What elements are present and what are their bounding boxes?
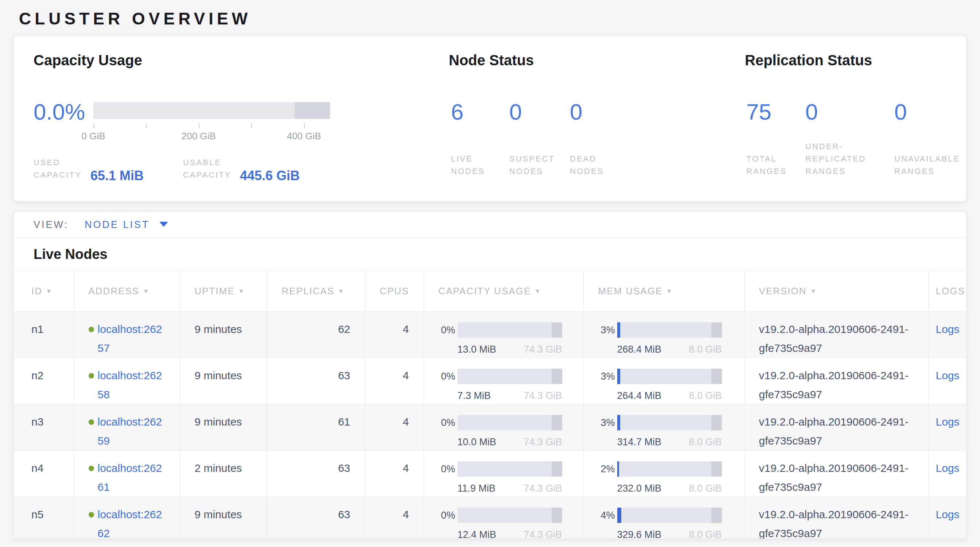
replication-status-title: Replication Status — [745, 52, 872, 68]
table-row: n1localhost:262579 minutes6240%13.0 MiB7… — [14, 312, 967, 358]
sort-descending-icon: ▼ — [239, 288, 245, 295]
column-header-capacity-usage[interactable]: CAPACITY USAGE▼ — [424, 271, 583, 312]
capacity-usage-bar-labels: 7.3 MiB74.3 GiB — [458, 390, 562, 401]
capacity-usage-used-value: 7.3 MiB — [458, 390, 491, 401]
mem-usage-bar — [617, 322, 722, 338]
address-link[interactable]: localhost:26262 — [98, 505, 165, 539]
logs-link[interactable]: Logs — [936, 462, 959, 474]
node-status-stat-label: DEAD NODES — [570, 153, 628, 178]
version-cell: v19.2.0-alpha.20190606-2491-gfe735c9a97 — [744, 497, 928, 539]
replicas-cell: 62 — [267, 312, 365, 358]
mem-usage-bar — [617, 507, 722, 523]
replicas-cell: 63 — [267, 451, 365, 497]
uptime-cell: 9 minutes — [180, 497, 267, 539]
mem-usage-used-segment — [617, 369, 620, 384]
capacity-usage-percent: 0% — [439, 321, 455, 340]
column-header-label: VERSION — [759, 286, 807, 296]
capacity-usage-bar-row: 0% — [439, 505, 583, 525]
capacity-usage-cell: 0%7.3 MiB74.3 GiB — [424, 358, 583, 404]
capacity-usage-cell: 0%12.4 MiB74.3 GiB — [424, 497, 583, 539]
address-link[interactable]: localhost:26258 — [98, 366, 165, 404]
table-row: n4localhost:262612 minutes6340%11.9 MiB7… — [14, 451, 967, 497]
view-dropdown[interactable]: NODE LIST — [84, 219, 168, 231]
page-title: CLUSTER OVERVIEW — [19, 9, 251, 29]
cpus-cell: 4 — [365, 497, 424, 539]
mem-usage-bar-labels: 268.4 MiB8.0 GiB — [617, 344, 722, 355]
table-header-row: ID▼ADDRESS▼UPTIME▼REPLICAS▼CPUSCAPACITY … — [14, 271, 967, 312]
node-id-cell: n1 — [14, 312, 74, 358]
capacity-usage-used-value: 13.0 MiB — [458, 344, 496, 355]
node-live-dot-icon — [89, 373, 94, 378]
mem-usage-used-segment — [617, 461, 619, 477]
version-text: v19.2.0-alpha.20190606-2491-gfe735c9a97 — [759, 505, 912, 539]
mem-usage-used-value: 268.4 MiB — [617, 344, 662, 355]
version-cell: v19.2.0-alpha.20190606-2491-gfe735c9a97 — [744, 451, 928, 497]
usable-capacity-label: USABLE CAPACITY — [183, 156, 234, 181]
mem-usage-cell: 2%232.0 MiB8.0 GiB — [583, 451, 744, 497]
column-header-mem-usage[interactable]: MEM USAGE▼ — [583, 271, 744, 312]
capacity-usage-bar-row: 0% — [439, 412, 583, 433]
capacity-axis: 0 GiB200 GiB400 GiB — [93, 119, 330, 145]
view-dropdown-value[interactable]: NODE LIST — [84, 219, 150, 230]
mem-usage-cell: 3%264.4 MiB8.0 GiB — [583, 358, 744, 404]
mem-usage-reserved-segment — [711, 322, 722, 338]
capacity-usage-total-value: 74.3 GiB — [523, 344, 562, 355]
logs-cell: Logs — [928, 358, 967, 404]
mem-usage-reserved-segment — [711, 507, 722, 523]
column-header-address[interactable]: ADDRESS▼ — [74, 271, 180, 312]
capacity-usage-reserved-segment — [552, 322, 562, 338]
logs-link[interactable]: Logs — [936, 369, 959, 382]
replication-status-stat-label: UNAVAILABLE RANGES — [894, 153, 953, 178]
capacity-usage-used-value: 11.9 MiB — [458, 483, 496, 494]
capacity-usage-reserved-segment — [552, 415, 562, 430]
axis-tick — [304, 123, 305, 128]
mem-usage-bar-labels: 232.0 MiB8.0 GiB — [617, 483, 722, 494]
capacity-usage-total-value: 74.3 GiB — [523, 390, 562, 401]
logs-cell: Logs — [928, 312, 967, 358]
column-header-version[interactable]: VERSION▼ — [744, 271, 928, 312]
address-link[interactable]: localhost:26261 — [98, 459, 165, 497]
node-live-dot-icon — [89, 466, 94, 471]
sort-descending-icon: ▼ — [143, 288, 150, 295]
mem-usage-bar-row: 3% — [598, 366, 744, 386]
column-header-label: CPUS — [380, 286, 409, 296]
mem-usage-bar-row: 3% — [598, 412, 744, 433]
axis-tick-label: 0 GiB — [81, 130, 105, 142]
capacity-usage-bar-labels: 11.9 MiB74.3 GiB — [458, 483, 562, 494]
column-header-label: CAPACITY USAGE — [439, 286, 531, 296]
capacity-usage-percent: 0% — [439, 460, 455, 479]
node-status-stat-label: LIVE NODES — [451, 153, 509, 178]
sort-descending-icon: ▼ — [666, 288, 673, 295]
logs-link[interactable]: Logs — [936, 416, 959, 428]
version-text: v19.2.0-alpha.20190606-2491-gfe735c9a97 — [759, 412, 912, 450]
version-text: v19.2.0-alpha.20190606-2491-gfe735c9a97 — [759, 320, 912, 358]
axis-tick — [251, 123, 252, 128]
column-header-logs: LOGS — [928, 271, 967, 312]
column-header-replicas[interactable]: REPLICAS▼ — [267, 271, 365, 312]
address-link[interactable]: localhost:26259 — [98, 412, 165, 450]
capacity-usage-cell: 0%11.9 MiB74.3 GiB — [424, 451, 583, 497]
capacity-usage-percent: 0% — [439, 367, 455, 386]
capacity-usage-bar-row: 0% — [439, 366, 583, 386]
logs-cell: Logs — [928, 497, 967, 539]
mem-usage-reserved-segment — [711, 369, 722, 384]
logs-link[interactable]: Logs — [936, 323, 959, 335]
node-status-stat-value: 0 — [509, 98, 522, 126]
capacity-usage-total-value: 74.3 GiB — [523, 437, 562, 447]
logs-link[interactable]: Logs — [936, 508, 959, 520]
address-cell: localhost:26258 — [74, 358, 180, 404]
chevron-down-icon — [159, 222, 168, 227]
address-link[interactable]: localhost:26257 — [98, 320, 165, 358]
cpus-cell: 4 — [365, 358, 424, 404]
column-header-uptime[interactable]: UPTIME▼ — [180, 271, 267, 312]
mem-usage-used-segment — [617, 322, 620, 338]
capacity-usage-bar — [458, 415, 562, 430]
address-cell: localhost:26259 — [74, 404, 180, 451]
axis-tick — [93, 123, 94, 128]
column-header-id[interactable]: ID▼ — [14, 271, 74, 312]
mem-usage-percent: 3% — [598, 321, 615, 340]
mem-usage-used-value: 329.6 MiB — [617, 529, 662, 539]
sort-descending-icon: ▼ — [46, 288, 52, 295]
capacity-reserved-segment — [294, 102, 330, 119]
capacity-usage-percent: 0% — [439, 506, 455, 525]
